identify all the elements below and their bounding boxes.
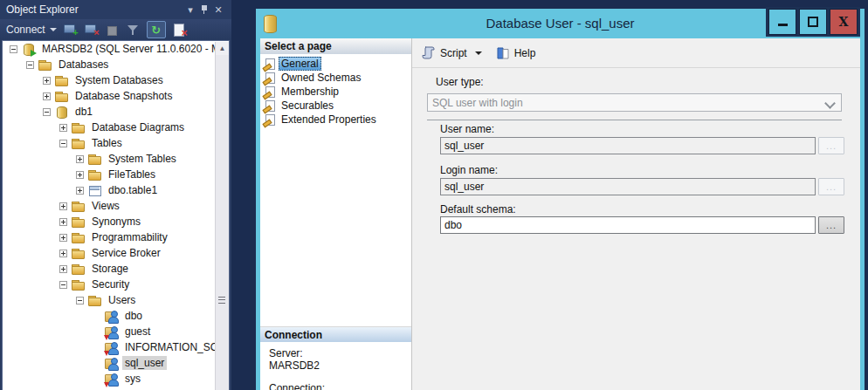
select-a-page-list: GeneralOwned SchemasMembershipSecurables… [260, 54, 411, 132]
tree-item-label: Security [89, 277, 132, 291]
script-dropdown-icon [475, 51, 482, 55]
connect-dropdown-icon [50, 28, 57, 31]
collapse-icon[interactable] [59, 140, 67, 147]
page-item-label: Owned Schemas [279, 72, 363, 84]
page-item-membership[interactable]: Membership [260, 85, 411, 99]
user-type-combobox[interactable]: SQL user with login [427, 93, 842, 112]
tree-item-sql-user[interactable]: sql_user [3, 355, 229, 371]
close-button[interactable]: X [830, 9, 858, 35]
collapse-icon[interactable] [59, 281, 67, 289]
expand-icon[interactable] [43, 77, 51, 85]
tree-item-storage[interactable]: Storage [3, 261, 229, 277]
user-disabled-icon [105, 341, 119, 354]
tree-item-programmability[interactable]: Programmability [3, 229, 229, 245]
tree-item-database-diagrams[interactable]: Database Diagrams [3, 120, 229, 135]
minimize-button[interactable] [768, 9, 796, 35]
tree-item-sys[interactable]: sys [3, 371, 229, 387]
refresh-icon[interactable]: ↻ [147, 21, 166, 38]
tree-item-filetables[interactable]: FileTables [3, 167, 229, 182]
collapse-icon[interactable] [10, 45, 17, 53]
expand-icon[interactable] [76, 187, 84, 195]
page-item-securables[interactable]: Securables [260, 99, 411, 113]
tree-item-marsdb2-sql-server-11-0-6020-marsd[interactable]: MARSDB2 (SQL Server 11.0.6020 - MARSD [3, 41, 229, 57]
page-item-label: Securables [279, 99, 336, 112]
tree-item-label: sys [122, 372, 143, 386]
object-explorer-titlebar[interactable]: Object Explorer ▾ ✕ [0, 0, 231, 19]
expand-icon[interactable] [59, 250, 67, 257]
tree-item-views[interactable]: Views [3, 198, 229, 214]
tree-item-synonyms[interactable]: Synonyms [3, 214, 229, 229]
maximize-button[interactable] [799, 9, 827, 35]
window-buttons: X [766, 7, 860, 37]
dialog-body: Select a page GeneralOwned SchemasMember… [260, 38, 860, 390]
default-schema-field[interactable]: dbo [440, 216, 816, 234]
tree-item-db1[interactable]: db1 [3, 104, 229, 120]
tree-item-database-snapshots[interactable]: Database Snapshots [3, 88, 229, 104]
tree-item-service-broker[interactable]: Service Broker [3, 245, 229, 261]
connect-server-icon[interactable] [63, 23, 78, 37]
tree-item-label: dbo [122, 309, 145, 323]
tree-item-label: guest [122, 325, 153, 339]
expand-icon[interactable] [59, 265, 67, 273]
help-button[interactable]: Help [496, 47, 536, 59]
folder-icon [72, 248, 86, 261]
collapse-icon[interactable] [26, 61, 34, 69]
user-name-label: User name: [440, 123, 494, 135]
scrollbar-grip[interactable] [218, 297, 225, 304]
user-disabled-icon [105, 373, 119, 386]
page-item-owned-schemas[interactable]: Owned Schemas [260, 71, 411, 85]
tree-item-label: Database Snapshots [72, 89, 175, 103]
user-name-field[interactable]: sql_user [440, 137, 816, 154]
page-item-extended-properties[interactable]: Extended Properties [260, 113, 411, 127]
pin-icon[interactable] [197, 3, 211, 17]
tree-item-information-schem[interactable]: INFORMATION_SCHEM [3, 339, 229, 355]
user-type-value: SQL user with login [432, 97, 523, 109]
stop-script-icon[interactable] [172, 23, 187, 37]
tree-item-label: dbo.table1 [106, 183, 160, 197]
expand-icon[interactable] [43, 92, 51, 100]
default-schema-browse-button[interactable]: ... [818, 216, 844, 234]
user-disabled-icon [105, 325, 119, 339]
pane-spacer [260, 132, 411, 326]
expand-icon[interactable] [59, 124, 67, 132]
tree-item-tables[interactable]: Tables [3, 135, 229, 151]
window-position-icon[interactable]: ▾ [183, 3, 197, 17]
tree-item-dbo[interactable]: dbo [3, 308, 229, 324]
scrollbar-up-icon[interactable]: ▲ [216, 42, 229, 55]
login-name-field[interactable]: sql_user [440, 178, 816, 195]
close-panel-icon[interactable]: ✕ [211, 3, 225, 17]
form-separator [427, 120, 842, 120]
expand-icon[interactable] [59, 202, 67, 210]
tree-item-security[interactable]: Security [3, 277, 229, 292]
disconnect-server-icon[interactable] [84, 23, 99, 37]
help-label: Help [514, 47, 536, 59]
collapse-icon[interactable] [76, 297, 84, 304]
tree-item-users[interactable]: Users [3, 292, 229, 308]
object-explorer-tree[interactable]: MARSDB2 (SQL Server 11.0.6020 - MARSDDat… [2, 40, 230, 390]
collapse-icon[interactable] [43, 108, 51, 116]
expand-icon[interactable] [76, 155, 84, 163]
folder-icon [55, 91, 69, 104]
filter-icon[interactable] [126, 23, 141, 37]
expand-icon[interactable] [76, 171, 84, 179]
user-name-browse-button: ... [818, 137, 844, 154]
tree-item-dbo-table1[interactable]: dbo.table1 [3, 182, 229, 198]
tree-item-label: Database Diagrams [89, 120, 187, 134]
tree-item-system-databases[interactable]: System Databases [3, 72, 229, 88]
object-explorer-title: Object Explorer [6, 3, 183, 16]
connection-label: Connection: [269, 382, 411, 390]
tree-item-databases[interactable]: Databases [3, 57, 229, 72]
connect-button[interactable]: Connect [6, 24, 57, 36]
tree-item-guest[interactable]: guest [3, 324, 229, 339]
tree-item-label: Tables [89, 136, 125, 150]
expand-icon[interactable] [59, 234, 67, 242]
tree-item-system-tables[interactable]: System Tables [3, 151, 229, 167]
server-label: Server: [269, 347, 411, 359]
page-item-label: General [279, 57, 321, 71]
page-item-general[interactable]: General [260, 57, 411, 71]
folder-icon [72, 216, 86, 229]
tree-item-label: System Tables [106, 152, 179, 166]
expand-icon[interactable] [59, 218, 67, 226]
script-button[interactable]: Script [422, 46, 482, 59]
tree-scrollbar[interactable]: ▲ [215, 42, 229, 390]
